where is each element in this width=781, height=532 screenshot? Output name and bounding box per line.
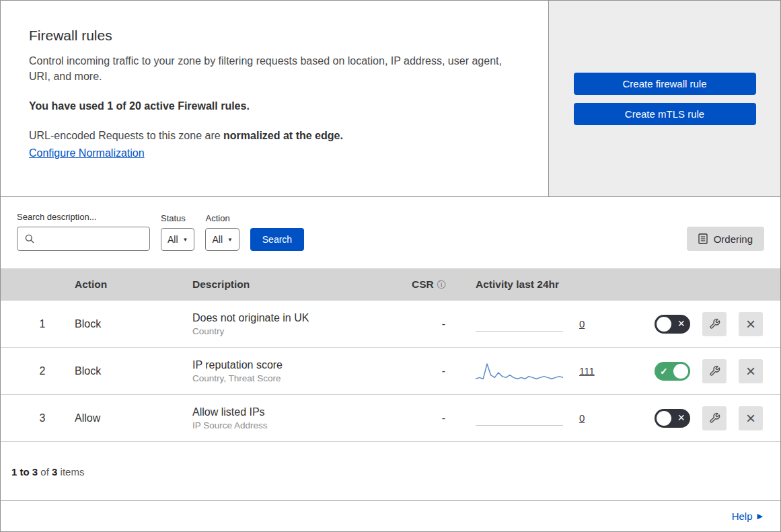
sparkline-svg bbox=[476, 360, 563, 383]
activity-sparkline bbox=[476, 360, 563, 383]
page-title: Firewall rules bbox=[29, 28, 516, 44]
status-dropdown-value: All bbox=[168, 234, 178, 245]
search-text-input[interactable] bbox=[40, 233, 143, 244]
check-icon: ✓ bbox=[660, 366, 668, 377]
rule-priority: 2 bbox=[1, 365, 75, 377]
activity-column-header: Activity last 24hr bbox=[472, 278, 630, 291]
rule-activity-cell: 111 bbox=[472, 360, 630, 383]
rule-action: Allow bbox=[75, 412, 192, 424]
table-row: 2 Block IP reputation score Country, Thr… bbox=[1, 348, 780, 395]
create-mtls-rule-button[interactable]: Create mTLS rule bbox=[574, 103, 756, 125]
pagination-summary: 1 to 3 of 3 items bbox=[1, 442, 780, 500]
delete-rule-button[interactable]: × bbox=[739, 406, 763, 430]
rule-description: Allow listed IPs bbox=[192, 406, 387, 418]
ordering-button[interactable]: Ordering bbox=[687, 227, 764, 251]
normalization-prefix: URL-encoded Requests to this zone are bbox=[29, 130, 223, 141]
delete-rule-button[interactable]: × bbox=[739, 312, 763, 336]
intro-panel: Firewall rules Control incoming traffic … bbox=[1, 1, 549, 196]
help-link-label: Help bbox=[732, 510, 753, 522]
actions-panel: Create firewall rule Create mTLS rule bbox=[549, 1, 780, 196]
page-description: Control incoming traffic to your zone by… bbox=[29, 53, 507, 84]
activity-count-link[interactable]: 0 bbox=[579, 412, 597, 424]
search-button[interactable]: Search bbox=[250, 228, 304, 251]
action-column-header: Action bbox=[75, 278, 192, 291]
delete-rule-button[interactable]: × bbox=[739, 359, 763, 383]
rule-controls: ✓ × × bbox=[630, 406, 780, 430]
create-firewall-rule-button[interactable]: Create firewall rule bbox=[574, 73, 756, 95]
rule-enabled-toggle[interactable]: ✓ × bbox=[655, 315, 690, 334]
filter-controls: Search description... Status All ▼ Actio… bbox=[17, 212, 304, 251]
activity-sparkline bbox=[476, 313, 563, 336]
table-row: 1 Block Does not originate in UK Country… bbox=[1, 301, 780, 348]
csr-header-label: CSR bbox=[412, 278, 434, 290]
rule-fields: IP Source Address bbox=[192, 420, 387, 430]
rule-enabled-toggle[interactable]: ✓ × bbox=[655, 362, 690, 381]
rule-csr-value: - bbox=[387, 412, 472, 424]
table-row: 3 Allow Allow listed IPs IP Source Addre… bbox=[1, 395, 780, 442]
x-icon: × bbox=[677, 317, 685, 331]
search-icon bbox=[24, 233, 35, 244]
rule-activity-cell: 0 bbox=[472, 313, 630, 336]
csr-column-header: CSRⓘ bbox=[387, 278, 472, 291]
rule-description-cell: Does not originate in UK Country bbox=[192, 312, 387, 336]
close-icon: × bbox=[746, 316, 755, 332]
table-header: Action Description CSRⓘ Activity last 24… bbox=[1, 268, 780, 301]
close-icon: × bbox=[746, 363, 755, 379]
status-label: Status bbox=[161, 213, 194, 223]
rule-fields: Country bbox=[192, 326, 387, 336]
rule-controls: ✓ × × bbox=[630, 359, 780, 383]
status-field-group: Status All ▼ bbox=[161, 213, 194, 251]
rule-csr-value: - bbox=[387, 318, 472, 330]
pagination-of: of bbox=[38, 466, 52, 478]
action-field-group: Action All ▼ bbox=[205, 213, 239, 251]
rule-priority: 3 bbox=[1, 412, 75, 424]
activity-count-link[interactable]: 111 bbox=[579, 365, 597, 377]
search-field-group: Search description... bbox=[17, 212, 150, 251]
info-icon[interactable]: ⓘ bbox=[437, 280, 446, 290]
top-section: Firewall rules Control incoming traffic … bbox=[1, 1, 780, 197]
activity-sparkline bbox=[476, 407, 563, 430]
rule-controls: ✓ × × bbox=[630, 312, 780, 336]
search-input[interactable] bbox=[17, 227, 150, 251]
description-column-header: Description bbox=[192, 278, 387, 291]
filter-toolbar: Search description... Status All ▼ Actio… bbox=[1, 197, 780, 268]
ordering-icon bbox=[698, 233, 708, 244]
rule-description-cell: Allow listed IPs IP Source Address bbox=[192, 406, 387, 430]
rule-description: IP reputation score bbox=[192, 359, 387, 371]
rule-action: Block bbox=[75, 318, 192, 330]
action-dropdown-value: All bbox=[212, 234, 223, 245]
edit-rule-button[interactable] bbox=[702, 406, 727, 430]
rule-fields: Country, Threat Score bbox=[192, 373, 387, 383]
rule-csr-value: - bbox=[387, 365, 472, 377]
usage-summary: You have used 1 of 20 active Firewall ru… bbox=[29, 100, 516, 112]
configure-normalization-link[interactable]: Configure Normalization bbox=[29, 147, 145, 159]
normalization-text: URL-encoded Requests to this zone are no… bbox=[29, 130, 516, 142]
rule-enabled-toggle[interactable]: ✓ × bbox=[655, 409, 690, 428]
action-dropdown[interactable]: All ▼ bbox=[205, 228, 239, 251]
chevron-down-icon: ▼ bbox=[183, 237, 188, 243]
ordering-button-label: Ordering bbox=[714, 233, 753, 245]
close-icon: × bbox=[746, 410, 755, 426]
wrench-icon bbox=[709, 318, 720, 330]
rule-action: Block bbox=[75, 365, 192, 377]
pagination-range: 1 to 3 bbox=[11, 466, 38, 478]
arrow-right-icon: ▶ bbox=[757, 512, 763, 521]
toggle-knob bbox=[673, 364, 688, 379]
help-bar: Help ▶ bbox=[1, 500, 780, 531]
help-link[interactable]: Help ▶ bbox=[732, 510, 763, 522]
normalization-bold: normalized at the edge. bbox=[223, 130, 343, 141]
wrench-icon bbox=[709, 365, 720, 377]
toggle-knob bbox=[657, 317, 671, 332]
rule-activity-cell: 0 bbox=[472, 407, 630, 430]
wrench-icon bbox=[709, 412, 720, 424]
status-dropdown[interactable]: All ▼ bbox=[161, 228, 194, 251]
activity-count-link[interactable]: 0 bbox=[579, 318, 597, 330]
rule-priority: 1 bbox=[1, 318, 75, 330]
edit-rule-button[interactable] bbox=[702, 312, 727, 336]
rule-description: Does not originate in UK bbox=[192, 312, 387, 324]
pagination-items: items bbox=[57, 466, 84, 478]
x-icon: × bbox=[677, 411, 685, 425]
firewall-rules-page: Firewall rules Control incoming traffic … bbox=[0, 0, 781, 532]
edit-rule-button[interactable] bbox=[702, 359, 727, 383]
rule-description-cell: IP reputation score Country, Threat Scor… bbox=[192, 359, 387, 383]
